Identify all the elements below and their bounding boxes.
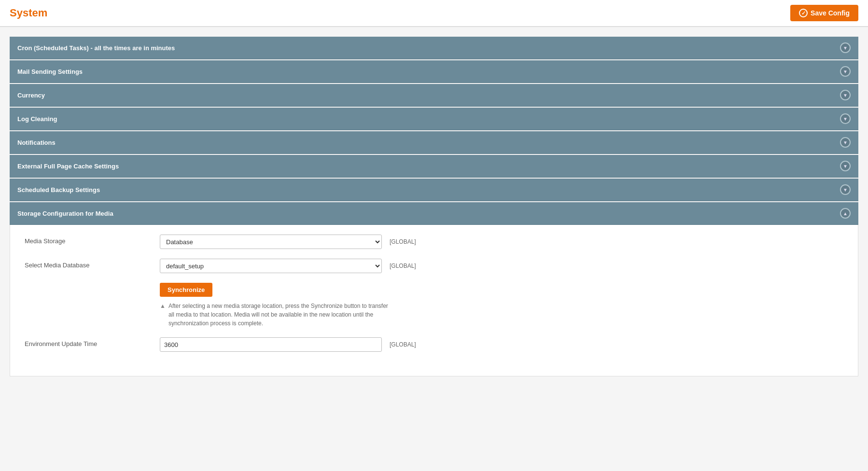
accordion-section-backup: Scheduled Backup Settings ▼ [10,179,858,201]
warning-icon: ▲ [160,303,166,309]
accordion-section-notifications: Notifications ▼ [10,131,858,154]
media-storage-inline: Database File System [GLOBAL] [160,235,843,249]
chevron-down-icon: ▼ [840,90,851,100]
chevron-down-icon: ▼ [840,161,851,171]
env-update-row: Environment Update Time [GLOBAL] [25,337,843,352]
page-header: System ✓ Save Config [0,0,868,27]
accordion-section-media-storage: Storage Configuration for Media ▲ Media … [10,202,858,376]
media-storage-global: [GLOBAL] [390,238,416,245]
save-config-button[interactable]: ✓ Save Config [790,5,858,21]
select-media-db-global: [GLOBAL] [390,263,416,269]
chevron-down-icon: ▼ [840,42,851,53]
accordion-header-cache[interactable]: External Full Page Cache Settings ▼ [10,155,858,178]
select-media-db-inline: default_setup [GLOBAL] [160,259,843,273]
env-update-control: [GLOBAL] [160,337,843,352]
synchronize-spacer [25,283,160,286]
page-title: System [10,7,47,19]
accordion-section-cron: Cron (Scheduled Tasks) - all the times a… [10,37,858,59]
synchronize-control: Synchronize ▲ After selecting a new medi… [160,283,843,328]
select-media-db-label: Select Media Database [25,259,160,269]
synchronize-row: Synchronize ▲ After selecting a new medi… [25,283,843,328]
accordion-header-media-storage[interactable]: Storage Configuration for Media ▲ [10,202,858,225]
accordion-header-currency[interactable]: Currency ▼ [10,84,858,107]
accordion-header-backup[interactable]: Scheduled Backup Settings ▼ [10,179,858,201]
accordion-section-log-cleaning: Log Cleaning ▼ [10,108,858,130]
accordion-section-mail: Mail Sending Settings ▼ [10,60,858,83]
accordion-header-mail[interactable]: Mail Sending Settings ▼ [10,60,858,83]
synchronize-button[interactable]: Synchronize [160,283,212,297]
save-check-icon: ✓ [799,9,808,17]
accordion-container: Cron (Scheduled Tasks) - all the times a… [10,37,858,376]
accordion-header-cron[interactable]: Cron (Scheduled Tasks) - all the times a… [10,37,858,59]
media-storage-control: Database File System [GLOBAL] [160,235,843,249]
chevron-down-icon: ▼ [840,113,851,124]
media-storage-select[interactable]: Database File System [160,235,382,249]
env-update-input[interactable] [160,337,382,352]
media-storage-row: Media Storage Database File System [GLOB… [25,235,843,249]
env-update-inline: [GLOBAL] [160,337,843,352]
chevron-down-icon: ▼ [840,184,851,195]
media-storage-label: Media Storage [25,235,160,245]
select-media-db-control: default_setup [GLOBAL] [160,259,843,273]
media-storage-body: Media Storage Database File System [GLOB… [10,225,858,376]
chevron-down-icon: ▼ [840,137,851,148]
env-update-label: Environment Update Time [25,337,160,347]
sync-notice: ▲ After selecting a new media storage lo… [160,302,392,328]
chevron-down-icon: ▼ [840,66,851,77]
accordion-header-notifications[interactable]: Notifications ▼ [10,131,858,154]
main-content: Cron (Scheduled Tasks) - all the times a… [0,27,868,387]
accordion-header-log-cleaning[interactable]: Log Cleaning ▼ [10,108,858,130]
env-update-global: [GLOBAL] [390,341,416,348]
sync-notice-text: After selecting a new media storage loca… [168,302,392,328]
select-media-db-select[interactable]: default_setup [160,259,382,273]
accordion-section-currency: Currency ▼ [10,84,858,107]
accordion-section-cache: External Full Page Cache Settings ▼ [10,155,858,178]
chevron-up-icon: ▲ [840,208,851,219]
select-media-db-row: Select Media Database default_setup [GLO… [25,259,843,273]
